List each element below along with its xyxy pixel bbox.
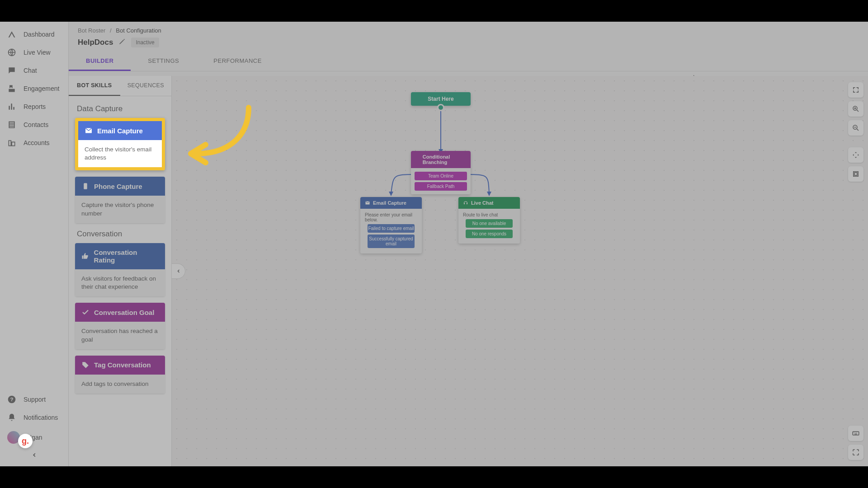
svg-rect-3	[84, 183, 87, 190]
sidebar-item-profile[interactable]: Ngan	[0, 427, 68, 448]
tab-bar: BUILDER SETTINGS PERFORMANCE	[69, 52, 868, 71]
fit-icon	[852, 151, 860, 159]
node-path[interactable]: Failed to capture email	[368, 224, 415, 233]
sidebar-collapse-button[interactable]	[0, 448, 68, 462]
svg-rect-11	[853, 432, 859, 435]
breadcrumb-root[interactable]: Bot Roster	[78, 27, 105, 34]
sidebar-item-label: Live View	[24, 49, 51, 56]
fit-view-button[interactable]	[848, 147, 863, 163]
node-path[interactable]: Successfully captured email	[368, 235, 415, 248]
skill-card-phone-capture[interactable]: Phone Capture Capture the visitor's phon…	[75, 177, 165, 223]
sidebar-item-support[interactable]: ? Support	[0, 390, 68, 408]
skill-card-title: Tag Conversation	[94, 361, 151, 369]
keyboard-button[interactable]	[848, 426, 863, 441]
skills-list[interactable]: Data Capture Email Capture Collect the v…	[69, 96, 171, 466]
logo-icon	[7, 30, 16, 39]
skill-card-title: Conversation Goal	[94, 309, 154, 316]
chat-icon	[7, 66, 16, 75]
accounts-icon	[7, 138, 16, 147]
svg-marker-6	[487, 192, 491, 196]
zoom-in-button[interactable]	[848, 101, 863, 117]
sidebar-item-chat[interactable]: Chat	[0, 61, 68, 80]
sidebar-item-contacts[interactable]: Contacts	[0, 116, 68, 134]
skill-card-desc: Conversation has reached a goal	[75, 322, 165, 349]
title-bar: HelpDocs Inactive	[69, 36, 868, 52]
sidebar: Dashboard Live View Chat Engagement Repo…	[0, 22, 69, 466]
tab-settings[interactable]: SETTINGS	[131, 52, 196, 71]
node-path[interactable]: No one responds	[466, 230, 513, 238]
chevron-left-icon	[176, 268, 181, 274]
breadcrumb: Bot Roster / Bot Configuration	[69, 22, 868, 36]
tag-icon	[81, 361, 90, 369]
skill-card-tag-conversation[interactable]: Tag Conversation Add tags to conversatio…	[75, 356, 165, 394]
skill-category-conversation: Conversation	[77, 230, 163, 239]
floating-badge[interactable]: g.	[18, 434, 33, 448]
flow-edges	[172, 76, 868, 466]
reports-icon	[7, 102, 16, 111]
skill-card-conversation-goal[interactable]: Conversation Goal Conversation has reach…	[75, 303, 165, 349]
node-desc: Route to live chat	[463, 212, 515, 217]
flow-node-live-chat[interactable]: Live Chat Route to live chat No one avai…	[458, 197, 520, 244]
expand-icon	[852, 448, 860, 456]
sidebar-item-engagement[interactable]: Engagement	[0, 80, 68, 98]
help-icon: ?	[7, 395, 16, 404]
sidebar-item-label: Support	[24, 396, 46, 403]
skill-category-data-capture: Data Capture	[77, 104, 163, 113]
main: Bot Roster / Bot Configuration HelpDocs …	[69, 22, 868, 466]
mail-icon	[85, 127, 93, 135]
mail-icon	[365, 200, 370, 206]
sidebar-item-label: Engagement	[24, 85, 59, 92]
zoom-in-icon	[852, 105, 860, 113]
pencil-icon	[118, 38, 126, 45]
app-viewport: Dashboard Live View Chat Engagement Repo…	[0, 22, 868, 466]
phone-icon	[81, 182, 90, 190]
svg-rect-10	[854, 173, 857, 175]
skill-card-title: Email Capture	[97, 127, 143, 135]
sidebar-item-notifications[interactable]: Notifications	[0, 408, 68, 427]
flow-node-email-capture[interactable]: Email Capture Please enter your email be…	[360, 197, 422, 253]
sidebar-item-liveview[interactable]: Live View	[0, 43, 68, 61]
breadcrumb-current: Bot Configuration	[116, 27, 161, 34]
svg-marker-5	[389, 192, 393, 196]
zoom-out-button[interactable]	[848, 120, 863, 136]
breadcrumb-separator: /	[110, 27, 112, 34]
skilltab-sequences[interactable]: SEQUENCES	[120, 76, 172, 96]
skill-card-desc: Collect the visitor's email address	[78, 140, 162, 167]
tab-performance[interactable]: PERFORMANCE	[196, 52, 279, 71]
skilltab-bot-skills[interactable]: BOT SKILLS	[69, 76, 120, 96]
flow-canvas[interactable]: Start Here Conditional Branching Team On…	[172, 76, 868, 466]
node-path[interactable]: Team Online	[415, 172, 467, 180]
branch-icon	[415, 157, 420, 162]
node-path[interactable]: Fallback Path	[415, 182, 467, 191]
chevron-left-icon	[31, 452, 38, 458]
node-path[interactable]: No one available	[466, 219, 513, 228]
tab-builder[interactable]: BUILDER	[69, 52, 131, 71]
sidebar-item-reports[interactable]: Reports	[0, 98, 68, 116]
sidebar-item-label: Reports	[24, 103, 46, 110]
bell-icon	[7, 413, 16, 422]
sidebar-item-label: Dashboard	[24, 31, 55, 38]
node-title: Email Capture	[373, 200, 406, 206]
expand-button[interactable]	[848, 445, 863, 460]
fullscreen-button[interactable]	[848, 82, 863, 98]
fullscreen-icon	[852, 86, 860, 94]
skill-card-email-capture[interactable]: Email Capture Collect the visitor's emai…	[75, 118, 165, 170]
sidebar-item-accounts[interactable]: Accounts	[0, 134, 68, 152]
flow-node-conditional[interactable]: Conditional Branching Team Online Fallba…	[411, 151, 471, 194]
keyboard-icon	[852, 429, 860, 437]
node-title: Conditional Branching	[423, 154, 466, 165]
node-desc: Please enter your email below.	[365, 212, 417, 222]
edit-name-button[interactable]	[118, 38, 126, 47]
contacts-icon	[7, 120, 16, 129]
skill-card-desc: Capture the visitor's phone number	[75, 196, 165, 223]
grid-button[interactable]	[848, 166, 863, 182]
sidebar-item-label: Notifications	[24, 414, 58, 421]
thumbs-icon	[81, 252, 90, 260]
skill-card-title: Conversation Rating	[94, 249, 159, 264]
flow-start-port[interactable]	[437, 104, 444, 111]
sidebar-item-label: Contacts	[24, 121, 48, 128]
sidebar-item-dashboard[interactable]: Dashboard	[0, 25, 68, 43]
zoom-out-icon	[852, 124, 860, 132]
skill-card-conversation-rating[interactable]: Conversation Rating Ask visitors for fee…	[75, 243, 165, 296]
svg-text:?: ?	[10, 396, 13, 402]
